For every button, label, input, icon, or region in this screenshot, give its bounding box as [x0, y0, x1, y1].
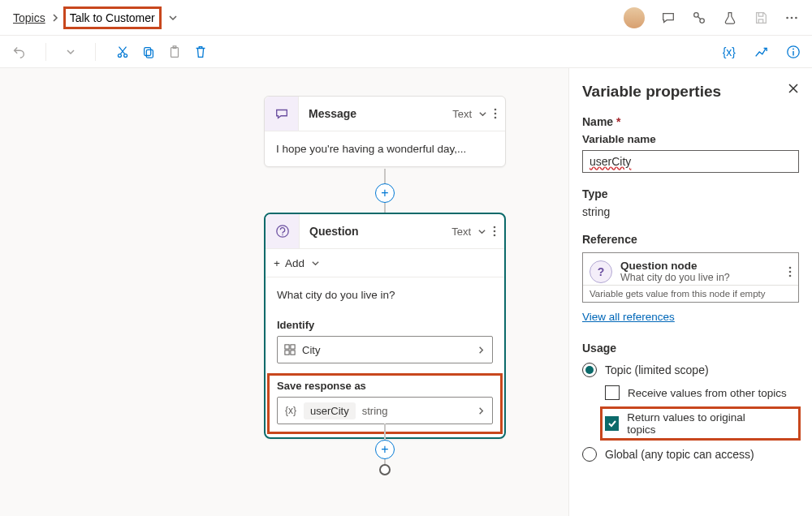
svg-point-25 [789, 266, 792, 269]
variable-type: string [362, 405, 388, 417]
chevron-down-icon[interactable] [66, 47, 76, 57]
svg-point-20 [494, 234, 496, 237]
separator [95, 43, 96, 61]
delete-icon[interactable] [193, 45, 208, 59]
checkbox-icon [605, 416, 619, 431]
separator [45, 43, 46, 61]
question-icon: ? [590, 260, 612, 283]
add-label: Add [285, 257, 304, 269]
node-more-icon[interactable] [494, 108, 497, 119]
svg-point-12 [793, 48, 794, 49]
svg-point-27 [789, 274, 792, 277]
identify-picker[interactable]: City [277, 336, 493, 363]
format-label: Text [451, 226, 471, 238]
reference-label: Reference [582, 233, 799, 246]
question-prompt[interactable]: What city do you live in? [266, 277, 504, 312]
radio-label: Global (any topic can access) [605, 448, 754, 461]
svg-rect-21 [285, 345, 289, 349]
copy-icon[interactable] [141, 45, 156, 59]
paste-icon[interactable] [167, 45, 182, 59]
cut-icon[interactable] [115, 45, 130, 59]
close-icon[interactable] [788, 83, 799, 94]
radio-icon [582, 363, 597, 377]
analytics-icon[interactable] [754, 45, 768, 59]
view-all-references-link[interactable]: View all references [582, 311, 675, 323]
add-node-button[interactable]: + [375, 440, 395, 459]
svg-point-19 [494, 230, 496, 233]
chevron-right-icon [477, 406, 486, 415]
chevron-down-icon[interactable] [477, 227, 486, 236]
checkbox-label: Receive values from other topics [628, 387, 787, 399]
radio-label: Topic (limited scope) [605, 363, 709, 376]
reference-title: Question node [620, 260, 730, 272]
variable-icon[interactable]: {x} [723, 45, 736, 58]
identify-value: City [302, 344, 320, 356]
toolbar: {x} [0, 36, 812, 68]
topic-checker-icon[interactable] [692, 11, 706, 25]
svg-point-4 [795, 16, 797, 19]
receive-values-checkbox[interactable]: Receive values from other topics [605, 385, 799, 400]
checkbox-icon [605, 385, 620, 400]
chevron-down-icon[interactable] [478, 110, 487, 118]
return-values-checkbox[interactable]: Return values to original topics [602, 408, 799, 439]
svg-point-14 [495, 113, 497, 115]
avatar[interactable] [624, 7, 645, 28]
question-icon [266, 214, 300, 248]
variable-name-input[interactable]: userCity [582, 150, 799, 173]
test-icon[interactable] [723, 11, 737, 25]
entity-icon [284, 344, 296, 355]
svg-point-2 [786, 16, 788, 19]
svg-rect-9 [171, 47, 179, 57]
usage-global-radio[interactable]: Global (any topic can access) [582, 447, 799, 462]
save-icon[interactable] [754, 11, 768, 25]
svg-rect-24 [291, 350, 295, 355]
svg-point-17 [282, 234, 283, 235]
undo-icon[interactable] [11, 45, 26, 59]
header-bar: Topics Talk to Customer [0, 0, 812, 36]
svg-point-6 [124, 54, 127, 57]
variable-name: userCity [304, 402, 356, 419]
format-label: Text [452, 108, 472, 120]
type-value: string [582, 205, 799, 218]
usage-label: Usage [582, 342, 799, 355]
variable-icon: {x} [281, 401, 300, 420]
svg-point-18 [494, 226, 496, 229]
usage-topic-radio[interactable]: Topic (limited scope) [582, 363, 799, 377]
reference-more-icon[interactable] [788, 266, 792, 277]
breadcrumb-current: Talk to Customer [65, 8, 160, 28]
add-condition-button[interactable]: + Add [266, 248, 504, 277]
node-title: Question [309, 225, 359, 238]
end-node [379, 464, 391, 475]
question-node[interactable]: Question Text + Add What city do you liv… [264, 213, 506, 439]
svg-point-5 [118, 54, 121, 57]
variable-picker[interactable]: {x} userCity string [277, 397, 493, 424]
type-label: Type [582, 187, 799, 200]
message-icon [265, 97, 299, 131]
reference-box[interactable]: ? Question node What city do you live in… [582, 252, 799, 303]
chevron-down-icon[interactable] [168, 13, 178, 23]
breadcrumb-root[interactable]: Topics [13, 11, 45, 24]
info-icon[interactable] [786, 45, 801, 59]
message-node[interactable]: Message Text I hope you're having a wond… [264, 96, 506, 167]
chat-icon[interactable] [661, 11, 676, 25]
svg-point-15 [495, 117, 497, 119]
message-body[interactable]: I hope you're having a wonderful day,... [265, 131, 505, 166]
chevron-down-icon[interactable] [311, 259, 320, 268]
chevron-right-icon [50, 13, 60, 23]
name-label: Name * [582, 115, 799, 128]
svg-point-13 [495, 109, 497, 111]
node-title: Message [309, 107, 356, 120]
chevron-right-icon [477, 346, 486, 355]
more-icon[interactable] [784, 11, 799, 25]
add-node-button[interactable]: + [375, 183, 395, 203]
reference-note: Variable gets value from this node if em… [583, 285, 798, 302]
identify-label: Identify [277, 319, 493, 331]
svg-rect-22 [291, 345, 295, 349]
node-more-icon[interactable] [493, 226, 496, 237]
svg-rect-8 [146, 49, 153, 58]
panel-title: Variable properties [582, 83, 799, 101]
svg-point-26 [789, 270, 792, 273]
breadcrumb: Topics Talk to Customer [13, 8, 178, 28]
save-response-label: Save response as [277, 380, 493, 392]
authoring-canvas[interactable]: Message Text I hope you're having a wond… [0, 68, 568, 516]
